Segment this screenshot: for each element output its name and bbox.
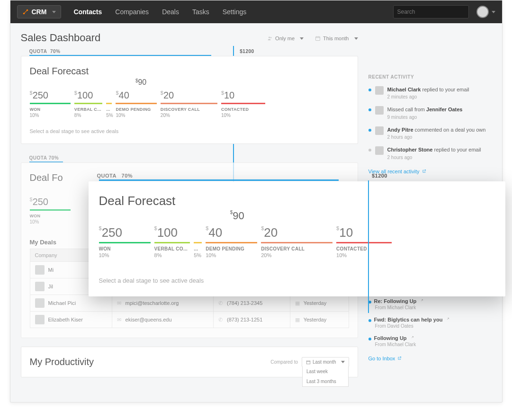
forecast-stage[interactable]: $250WON10% (99, 225, 154, 258)
caret-down-icon (341, 361, 345, 363)
status-dot-icon (368, 149, 371, 152)
status-dot-icon (368, 338, 371, 340)
period-filter[interactable]: This month (315, 36, 358, 41)
activity-item[interactable]: Michael Clark replied to your email2 min… (368, 86, 492, 99)
table-row[interactable]: Michael Pici✉mpici@tescharlotte.org✆(784… (30, 295, 349, 312)
nav-contacts[interactable]: Contacts (73, 8, 102, 16)
top-nav-bar: CRM Contacts Companies Deals Tasks Setti… (10, 0, 502, 23)
email-from: From Michael Clark (375, 305, 492, 310)
nav-tasks[interactable]: Tasks (192, 8, 209, 16)
search-input[interactable] (393, 5, 469, 18)
contact-name: Michael Pici (48, 300, 76, 306)
activity-text: Michael Clark replied to your email (387, 86, 469, 93)
compare-option[interactable]: Last week (303, 366, 348, 376)
forecast-stage[interactable]: $100VERBAL CO...8% (74, 90, 106, 118)
contact-name: Jil (48, 284, 53, 289)
activity-time: 2 minutes ago (387, 94, 469, 99)
zoom-quota-marker (368, 180, 369, 313)
quota-pct: 70% (50, 49, 61, 54)
go-to-inbox-link[interactable]: Go to Inbox (368, 356, 402, 361)
caret-down-icon (52, 11, 56, 13)
email-from: From David Oates (375, 323, 492, 329)
forecast-stage[interactable]: $20DISCOVERY CALL20% (261, 225, 336, 258)
forecast-stage[interactable]: $250WON10% (30, 90, 74, 118)
contact-name: Mi (48, 267, 54, 273)
avatar (35, 298, 45, 308)
status-dot-icon (368, 89, 371, 91)
avatar (35, 265, 45, 275)
compare-current: Last month (313, 359, 336, 365)
email-icon: ✉ (117, 317, 123, 323)
nav-settings[interactable]: Settings (223, 8, 247, 16)
deal-forecast-card: Deal Forecast $90 $250WON10%$100VERBAL C… (21, 56, 358, 144)
main-nav: Contacts Companies Deals Tasks Settings (73, 8, 246, 16)
email-item[interactable]: Following Up From Michael Clark (368, 335, 492, 347)
zoom-forecast-high: $90 (230, 210, 244, 222)
forecast-stage[interactable]: ...5% (194, 225, 206, 258)
compare-option[interactable]: Last 3 months (303, 376, 348, 386)
activity-time: 2 hours ago (387, 134, 486, 140)
external-link-icon (397, 356, 402, 360)
avatar (35, 315, 45, 324)
user-avatar[interactable] (476, 6, 489, 18)
activity-text: Missed call from Jennifer Oates (387, 106, 463, 113)
activity-text: Christopher Stone replied to your email (387, 146, 481, 153)
svg-rect-5 (306, 361, 310, 364)
nav-deals[interactable]: Deals (162, 8, 179, 16)
brand-switcher[interactable]: CRM (17, 5, 62, 18)
nav-companies[interactable]: Companies (115, 8, 149, 16)
zoom-forecast-title: Deal Forecast (99, 194, 495, 208)
calendar-icon: ▦ (295, 317, 301, 323)
activity-item[interactable]: Christopher Stone replied to your email2… (368, 146, 492, 160)
forecast-stage[interactable]: $40DEMO PENDING10% (206, 225, 261, 258)
compare-label: Compared to (270, 359, 298, 365)
email-subject: Following Up (374, 335, 407, 341)
compare-dropdown[interactable]: Last month Last week Last 3 months (302, 357, 349, 367)
forecast-hint: Select a deal stage to see active deals (30, 128, 349, 134)
forecast-stage[interactable]: $20DISCOVERY CALL20% (161, 90, 221, 118)
zoom-quota-bar (99, 179, 339, 181)
calendar-icon (315, 36, 321, 41)
table-row[interactable]: Elizabeth Kiser✉ekiser@queens.edu✆(873) … (30, 312, 349, 328)
status-dot-icon (368, 108, 371, 111)
quota-header: QUOTA 70% $1200 (21, 46, 358, 55)
scope-filter[interactable]: Only me (267, 36, 304, 41)
user-menu-caret-icon[interactable] (492, 11, 495, 13)
brand-label: CRM (32, 8, 47, 16)
phone-icon: ✆ (218, 317, 224, 323)
forecast-stage[interactable]: $40DEMO PENDING10% (116, 90, 160, 118)
svg-rect-4 (316, 37, 320, 41)
avatar (375, 86, 384, 95)
hubspot-icon (22, 9, 29, 15)
forecast-title: Deal Forecast (30, 66, 349, 77)
activity-time: 9 minutes ago (387, 115, 463, 120)
external-link-icon (445, 317, 449, 322)
period-label: This month (323, 36, 349, 41)
phone-icon: ✆ (218, 300, 224, 306)
zoom-quota-header: QUOTA 70% $1200 (89, 170, 505, 179)
calendar-icon: ▦ (295, 300, 301, 306)
external-link-icon (410, 336, 414, 340)
status-dot-icon (368, 319, 371, 322)
email-item[interactable]: Fwd: Biglytics can help you From David O… (368, 317, 492, 329)
caret-down-icon (300, 37, 304, 40)
forecast-high-value: $90 (135, 78, 146, 87)
avatar (375, 106, 384, 115)
forecast-stage[interactable]: $10CONTACTED10% (336, 225, 395, 258)
zoom-quota-amount: $1200 (372, 173, 387, 179)
svg-point-3 (270, 37, 272, 38)
compare-menu: Last week Last 3 months (302, 366, 348, 387)
scope-label: Only me (275, 36, 295, 41)
email-item[interactable]: Re: Following Up From Michael Clark (368, 298, 492, 310)
forecast-stage[interactable]: $100VERBAL CO...8% (154, 225, 194, 258)
activity-time: 2 hours ago (387, 155, 481, 160)
activity-item[interactable]: Missed call from Jennifer Oates9 minutes… (368, 106, 492, 119)
people-icon (267, 36, 273, 41)
forecast-stage[interactable]: $10CONTACTED10% (221, 90, 269, 118)
email-subject: Fwd: Biglytics can help you (374, 317, 443, 322)
activity-text: Andy Pitre commented on a deal you own (387, 126, 486, 134)
caret-down-icon (354, 37, 358, 40)
activity-item[interactable]: Andy Pitre commented on a deal you own2 … (368, 126, 492, 140)
avatar (35, 282, 45, 291)
forecast-stage[interactable]: ...5% (106, 90, 116, 118)
